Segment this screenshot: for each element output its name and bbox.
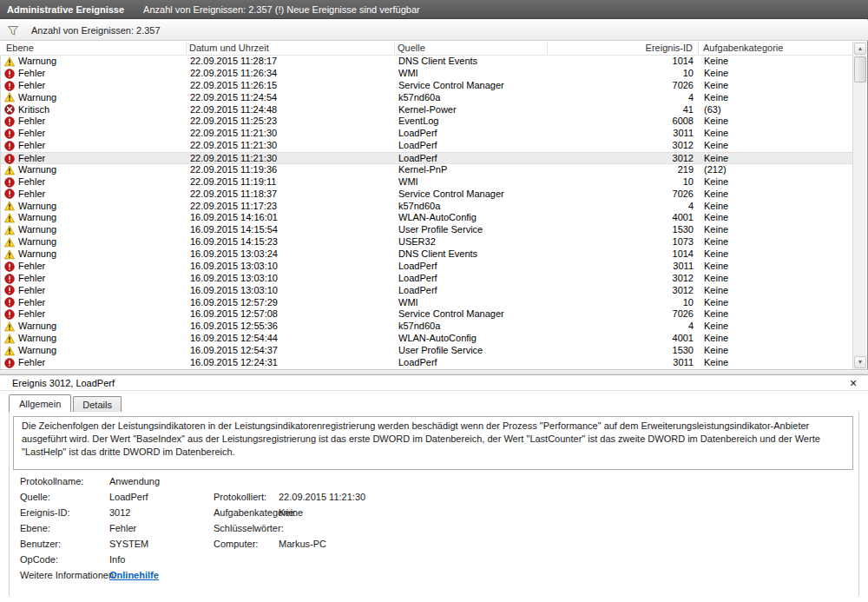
category-cell: Keine — [704, 333, 843, 345]
error-icon — [4, 285, 15, 295]
table-row[interactable]: Fehler16.09.2015 13:03:10LoadPerf3012Kei… — [1, 273, 853, 285]
error-icon — [4, 81, 15, 91]
column-header-quelle[interactable]: Quelle — [398, 43, 425, 53]
column-header-ebene[interactable]: Ebene — [6, 43, 34, 53]
warning-icon — [4, 321, 15, 332]
field-label: Protokolliert: — [214, 492, 266, 502]
event-id-cell: 1530 — [549, 345, 694, 357]
tab-details[interactable]: Details — [73, 396, 122, 412]
field-value: Markus-PC — [279, 539, 326, 549]
event-id-cell: 4001 — [549, 333, 694, 345]
category-cell: Keine — [704, 285, 843, 297]
table-row[interactable]: Warnung22.09.2015 11:17:23k57nd60a4Keine — [1, 201, 853, 213]
event-id-cell: 3011 — [549, 128, 694, 140]
date-cell: 22.09.2015 11:18:37 — [190, 189, 395, 201]
level-label: Warnung — [18, 201, 56, 213]
event-id-cell: 4 — [549, 92, 694, 104]
event-id-cell: 219 — [549, 164, 694, 176]
level-label: Fehler — [18, 140, 45, 152]
table-row[interactable]: Fehler22.09.2015 11:21:30LoadPerf3012Kei… — [1, 140, 853, 152]
tab-allgemein[interactable]: Allgemein — [9, 394, 71, 412]
event-id-cell: 3012 — [549, 140, 694, 152]
warning-icon — [4, 201, 15, 211]
column-header-aufgabenkategorie[interactable]: Aufgabenkategorie — [703, 43, 783, 53]
date-cell: 22.09.2015 11:19:36 — [190, 164, 395, 176]
event-table-body: Warnung22.09.2015 11:28:17DNS Client Eve… — [0, 56, 853, 369]
warning-icon — [4, 249, 15, 260]
category-cell: Keine — [704, 308, 843, 321]
level-cell: Fehler — [4, 273, 185, 285]
category-cell: (63) — [704, 104, 843, 116]
onlinehilfe-link[interactable]: Onlinehilfe — [109, 570, 159, 580]
level-cell: Fehler — [4, 68, 185, 80]
detail-field-row: Ebene:FehlerSchlüsselwörter: — [13, 523, 853, 539]
table-row[interactable]: Fehler16.09.2015 12:57:08Service Control… — [1, 308, 853, 321]
table-row[interactable]: Warnung16.09.2015 12:54:37User Profile S… — [1, 345, 853, 357]
level-cell: Warnung — [4, 333, 185, 345]
view-title-bar: Administrative Ereignisse Anzahl von Ere… — [0, 0, 868, 19]
table-row[interactable]: Warnung22.09.2015 11:19:36Kernel-PnP219(… — [1, 164, 853, 176]
level-label: Warnung — [18, 236, 56, 248]
detail-field-row: Ereignis-ID:3012Aufgabenkategorie:Keine — [13, 507, 853, 523]
event-id-cell: 41 — [549, 104, 694, 116]
source-cell: WLAN-AutoConfig — [398, 333, 548, 345]
level-label: Fehler — [18, 116, 45, 128]
source-cell: User Profile Service — [398, 345, 548, 357]
table-scrollbar[interactable]: ▲ ▼ — [852, 42, 866, 369]
column-header-datum-und-uhrzeit[interactable]: Datum und Uhrzeit — [189, 43, 269, 53]
level-label: Fehler — [18, 153, 45, 165]
table-row[interactable]: Warnung16.09.2015 12:54:44WLAN-AutoConfi… — [1, 333, 853, 345]
table-row[interactable]: Warnung16.09.2015 12:55:36k57nd60a4Keine — [1, 321, 853, 333]
source-cell: LoadPerf — [398, 153, 548, 165]
field-label: Ebene: — [20, 523, 50, 533]
table-row[interactable]: Fehler16.09.2015 12:24:31LoadPerf3011Kei… — [1, 357, 853, 369]
source-cell: LoadPerf — [398, 128, 548, 140]
table-row[interactable]: Fehler22.09.2015 11:19:11WMI10Keine — [1, 176, 853, 189]
panel-splitter[interactable] — [0, 369, 868, 375]
scrollbar-thumb[interactable] — [854, 56, 866, 83]
event-viewer-panel: Administrative Ereignisse Anzahl von Ere… — [0, 0, 868, 602]
table-row[interactable]: Warnung16.09.2015 13:03:24DNS Client Eve… — [1, 248, 853, 261]
date-cell: 16.09.2015 13:03:24 — [190, 248, 395, 261]
table-row[interactable]: Fehler22.09.2015 11:26:15Service Control… — [1, 80, 853, 92]
level-cell: Warnung — [4, 224, 185, 236]
source-cell: Service Control Manager — [398, 189, 548, 201]
level-label: Warnung — [18, 56, 56, 68]
event-id-cell: 10 — [549, 68, 694, 80]
warning-icon — [4, 56, 15, 67]
column-header-ereignis-id[interactable]: Ereignis-ID — [549, 43, 693, 53]
table-row[interactable]: Fehler22.09.2015 11:18:37Service Control… — [1, 189, 853, 201]
category-cell: Keine — [704, 321, 843, 333]
table-row[interactable]: Fehler22.09.2015 11:21:30LoadPerf3011Kei… — [1, 128, 853, 140]
warning-icon — [4, 237, 15, 248]
table-row[interactable]: Kritisch22.09.2015 11:24:48Kernel-Power4… — [1, 104, 853, 116]
event-id-cell: 4 — [549, 321, 694, 333]
table-row[interactable]: Warnung16.09.2015 14:16:01WLAN-AutoConfi… — [1, 212, 853, 224]
table-row[interactable]: Warnung16.09.2015 14:15:23USER321073Kein… — [1, 236, 853, 248]
close-icon[interactable]: ✕ — [847, 377, 859, 389]
source-cell: WLAN-AutoConfig — [398, 212, 548, 224]
table-row[interactable]: Fehler22.09.2015 11:25:23EventLog6008Kei… — [1, 116, 853, 128]
table-row[interactable]: Fehler16.09.2015 12:57:29WMI10Keine — [1, 297, 853, 309]
date-cell: 16.09.2015 12:57:08 — [190, 308, 395, 321]
date-cell: 16.09.2015 12:54:44 — [190, 333, 395, 345]
date-cell: 16.09.2015 14:15:23 — [190, 236, 395, 248]
table-row[interactable]: Fehler16.09.2015 13:03:10LoadPerf3011Kei… — [1, 261, 853, 273]
table-row[interactable]: Warnung22.09.2015 11:28:17DNS Client Eve… — [1, 56, 853, 68]
scroll-down-icon[interactable]: ▼ — [854, 356, 866, 368]
table-row[interactable]: Fehler22.09.2015 11:26:34WMI10Keine — [1, 68, 853, 80]
table-row[interactable]: Fehler22.09.2015 11:21:30LoadPerf3012Kei… — [1, 152, 853, 164]
level-label: Fehler — [18, 176, 45, 189]
event-id-cell: 3012 — [549, 273, 694, 285]
table-row[interactable]: Fehler16.09.2015 13:03:10LoadPerf3012Kei… — [1, 285, 853, 297]
level-label: Fehler — [18, 357, 45, 369]
source-cell: k57nd60a — [398, 321, 548, 333]
field-value: Keine — [279, 507, 303, 518]
category-cell: Keine — [704, 261, 843, 273]
scroll-up-icon[interactable]: ▲ — [854, 43, 866, 55]
field-label: Protokollname: — [20, 476, 83, 486]
level-label: Fehler — [18, 273, 45, 285]
source-cell: User Profile Service — [398, 224, 548, 236]
table-row[interactable]: Warnung22.09.2015 11:24:54k57nd60a4Keine — [1, 92, 853, 104]
table-row[interactable]: Warnung16.09.2015 14:15:54User Profile S… — [1, 224, 853, 236]
